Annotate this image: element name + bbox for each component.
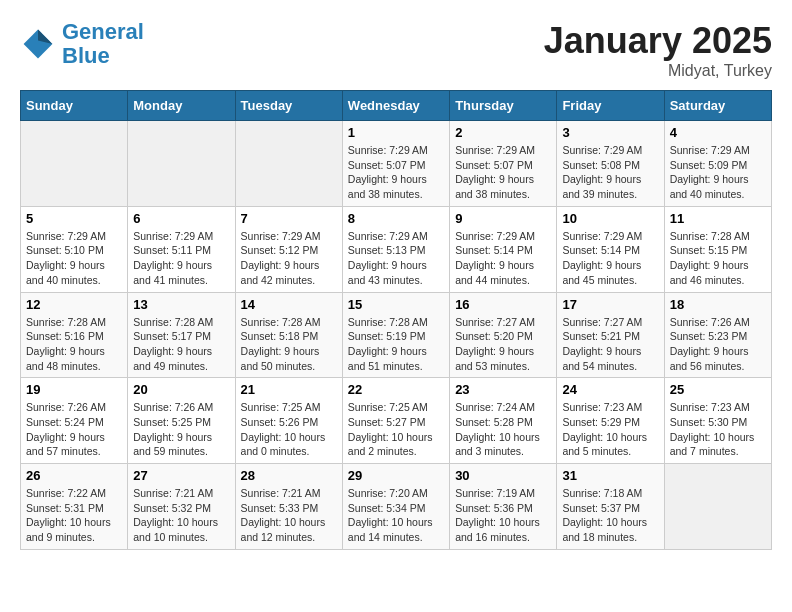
month-title: January 2025 xyxy=(544,20,772,62)
day-number: 7 xyxy=(241,211,337,226)
calendar-cell: 14Sunrise: 7:28 AM Sunset: 5:18 PM Dayli… xyxy=(235,292,342,378)
day-number: 1 xyxy=(348,125,444,140)
week-row-4: 19Sunrise: 7:26 AM Sunset: 5:24 PM Dayli… xyxy=(21,378,772,464)
day-info: Sunrise: 7:25 AM Sunset: 5:27 PM Dayligh… xyxy=(348,400,444,459)
logo-text: General Blue xyxy=(62,20,144,68)
calendar-cell: 2Sunrise: 7:29 AM Sunset: 5:07 PM Daylig… xyxy=(450,121,557,207)
day-info: Sunrise: 7:29 AM Sunset: 5:08 PM Dayligh… xyxy=(562,143,658,202)
weekday-header-monday: Monday xyxy=(128,91,235,121)
weekday-header-saturday: Saturday xyxy=(664,91,771,121)
calendar-cell: 21Sunrise: 7:25 AM Sunset: 5:26 PM Dayli… xyxy=(235,378,342,464)
day-info: Sunrise: 7:26 AM Sunset: 5:23 PM Dayligh… xyxy=(670,315,766,374)
calendar-cell: 19Sunrise: 7:26 AM Sunset: 5:24 PM Dayli… xyxy=(21,378,128,464)
day-info: Sunrise: 7:18 AM Sunset: 5:37 PM Dayligh… xyxy=(562,486,658,545)
day-number: 14 xyxy=(241,297,337,312)
day-number: 30 xyxy=(455,468,551,483)
day-number: 5 xyxy=(26,211,122,226)
calendar-cell: 23Sunrise: 7:24 AM Sunset: 5:28 PM Dayli… xyxy=(450,378,557,464)
day-number: 10 xyxy=(562,211,658,226)
day-number: 27 xyxy=(133,468,229,483)
day-info: Sunrise: 7:28 AM Sunset: 5:17 PM Dayligh… xyxy=(133,315,229,374)
day-info: Sunrise: 7:19 AM Sunset: 5:36 PM Dayligh… xyxy=(455,486,551,545)
calendar-cell: 12Sunrise: 7:28 AM Sunset: 5:16 PM Dayli… xyxy=(21,292,128,378)
day-info: Sunrise: 7:29 AM Sunset: 5:12 PM Dayligh… xyxy=(241,229,337,288)
calendar-cell: 25Sunrise: 7:23 AM Sunset: 5:30 PM Dayli… xyxy=(664,378,771,464)
weekday-header-friday: Friday xyxy=(557,91,664,121)
weekday-header-wednesday: Wednesday xyxy=(342,91,449,121)
calendar-cell: 7Sunrise: 7:29 AM Sunset: 5:12 PM Daylig… xyxy=(235,206,342,292)
day-info: Sunrise: 7:29 AM Sunset: 5:10 PM Dayligh… xyxy=(26,229,122,288)
calendar-cell: 15Sunrise: 7:28 AM Sunset: 5:19 PM Dayli… xyxy=(342,292,449,378)
day-number: 19 xyxy=(26,382,122,397)
calendar-cell xyxy=(128,121,235,207)
day-number: 26 xyxy=(26,468,122,483)
day-info: Sunrise: 7:29 AM Sunset: 5:11 PM Dayligh… xyxy=(133,229,229,288)
day-info: Sunrise: 7:25 AM Sunset: 5:26 PM Dayligh… xyxy=(241,400,337,459)
logo-icon xyxy=(20,26,56,62)
calendar-cell: 24Sunrise: 7:23 AM Sunset: 5:29 PM Dayli… xyxy=(557,378,664,464)
day-number: 21 xyxy=(241,382,337,397)
calendar-cell xyxy=(21,121,128,207)
calendar-cell: 29Sunrise: 7:20 AM Sunset: 5:34 PM Dayli… xyxy=(342,464,449,550)
calendar-cell: 22Sunrise: 7:25 AM Sunset: 5:27 PM Dayli… xyxy=(342,378,449,464)
week-row-3: 12Sunrise: 7:28 AM Sunset: 5:16 PM Dayli… xyxy=(21,292,772,378)
day-info: Sunrise: 7:29 AM Sunset: 5:13 PM Dayligh… xyxy=(348,229,444,288)
day-info: Sunrise: 7:28 AM Sunset: 5:18 PM Dayligh… xyxy=(241,315,337,374)
day-info: Sunrise: 7:24 AM Sunset: 5:28 PM Dayligh… xyxy=(455,400,551,459)
calendar-cell: 11Sunrise: 7:28 AM Sunset: 5:15 PM Dayli… xyxy=(664,206,771,292)
day-number: 18 xyxy=(670,297,766,312)
day-number: 6 xyxy=(133,211,229,226)
day-number: 15 xyxy=(348,297,444,312)
day-number: 3 xyxy=(562,125,658,140)
day-info: Sunrise: 7:26 AM Sunset: 5:24 PM Dayligh… xyxy=(26,400,122,459)
day-info: Sunrise: 7:27 AM Sunset: 5:20 PM Dayligh… xyxy=(455,315,551,374)
calendar-cell: 1Sunrise: 7:29 AM Sunset: 5:07 PM Daylig… xyxy=(342,121,449,207)
day-number: 16 xyxy=(455,297,551,312)
weekday-header-row: SundayMondayTuesdayWednesdayThursdayFrid… xyxy=(21,91,772,121)
calendar-cell: 30Sunrise: 7:19 AM Sunset: 5:36 PM Dayli… xyxy=(450,464,557,550)
day-number: 29 xyxy=(348,468,444,483)
day-number: 8 xyxy=(348,211,444,226)
day-info: Sunrise: 7:29 AM Sunset: 5:07 PM Dayligh… xyxy=(348,143,444,202)
day-number: 20 xyxy=(133,382,229,397)
day-info: Sunrise: 7:26 AM Sunset: 5:25 PM Dayligh… xyxy=(133,400,229,459)
day-info: Sunrise: 7:20 AM Sunset: 5:34 PM Dayligh… xyxy=(348,486,444,545)
logo: General Blue xyxy=(20,20,144,68)
calendar-cell: 3Sunrise: 7:29 AM Sunset: 5:08 PM Daylig… xyxy=(557,121,664,207)
title-block: January 2025 Midyat, Turkey xyxy=(544,20,772,80)
day-number: 2 xyxy=(455,125,551,140)
calendar-cell: 10Sunrise: 7:29 AM Sunset: 5:14 PM Dayli… xyxy=(557,206,664,292)
calendar-cell: 8Sunrise: 7:29 AM Sunset: 5:13 PM Daylig… xyxy=(342,206,449,292)
calendar-cell: 27Sunrise: 7:21 AM Sunset: 5:32 PM Dayli… xyxy=(128,464,235,550)
week-row-2: 5Sunrise: 7:29 AM Sunset: 5:10 PM Daylig… xyxy=(21,206,772,292)
calendar-cell: 28Sunrise: 7:21 AM Sunset: 5:33 PM Dayli… xyxy=(235,464,342,550)
day-info: Sunrise: 7:29 AM Sunset: 5:07 PM Dayligh… xyxy=(455,143,551,202)
calendar-table: SundayMondayTuesdayWednesdayThursdayFrid… xyxy=(20,90,772,550)
calendar-cell xyxy=(235,121,342,207)
day-info: Sunrise: 7:29 AM Sunset: 5:14 PM Dayligh… xyxy=(562,229,658,288)
day-number: 24 xyxy=(562,382,658,397)
day-info: Sunrise: 7:21 AM Sunset: 5:32 PM Dayligh… xyxy=(133,486,229,545)
day-info: Sunrise: 7:29 AM Sunset: 5:14 PM Dayligh… xyxy=(455,229,551,288)
day-info: Sunrise: 7:28 AM Sunset: 5:16 PM Dayligh… xyxy=(26,315,122,374)
calendar-cell: 5Sunrise: 7:29 AM Sunset: 5:10 PM Daylig… xyxy=(21,206,128,292)
day-number: 22 xyxy=(348,382,444,397)
day-number: 9 xyxy=(455,211,551,226)
week-row-5: 26Sunrise: 7:22 AM Sunset: 5:31 PM Dayli… xyxy=(21,464,772,550)
calendar-cell: 26Sunrise: 7:22 AM Sunset: 5:31 PM Dayli… xyxy=(21,464,128,550)
weekday-header-tuesday: Tuesday xyxy=(235,91,342,121)
day-number: 13 xyxy=(133,297,229,312)
day-number: 4 xyxy=(670,125,766,140)
weekday-header-thursday: Thursday xyxy=(450,91,557,121)
day-info: Sunrise: 7:28 AM Sunset: 5:19 PM Dayligh… xyxy=(348,315,444,374)
page-header: General Blue January 2025 Midyat, Turkey xyxy=(20,20,772,80)
day-info: Sunrise: 7:23 AM Sunset: 5:30 PM Dayligh… xyxy=(670,400,766,459)
calendar-cell: 16Sunrise: 7:27 AM Sunset: 5:20 PM Dayli… xyxy=(450,292,557,378)
calendar-cell: 18Sunrise: 7:26 AM Sunset: 5:23 PM Dayli… xyxy=(664,292,771,378)
location: Midyat, Turkey xyxy=(544,62,772,80)
day-number: 23 xyxy=(455,382,551,397)
calendar-cell: 6Sunrise: 7:29 AM Sunset: 5:11 PM Daylig… xyxy=(128,206,235,292)
calendar-cell xyxy=(664,464,771,550)
day-number: 28 xyxy=(241,468,337,483)
week-row-1: 1Sunrise: 7:29 AM Sunset: 5:07 PM Daylig… xyxy=(21,121,772,207)
